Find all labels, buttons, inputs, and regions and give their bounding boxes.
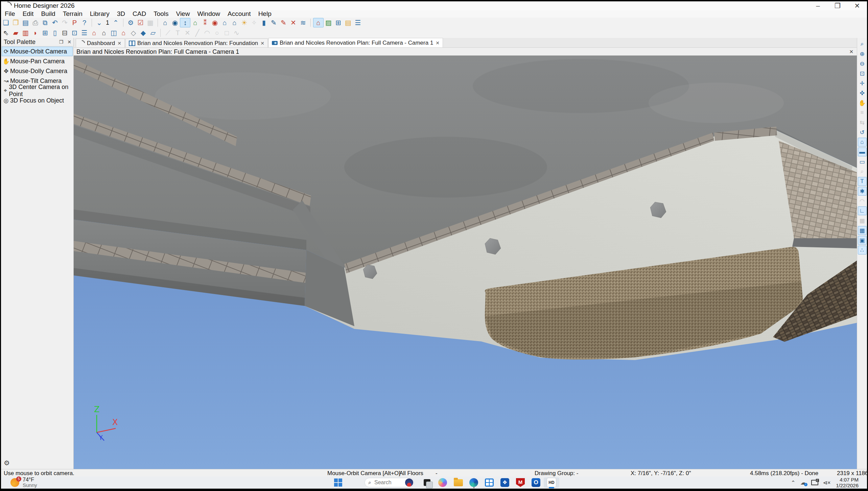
volume-muted-icon[interactable]: ⊲×: [823, 479, 831, 486]
spray-can-icon[interactable]: ▮: [259, 18, 269, 27]
dimension-arrow-icon[interactable]: T: [858, 177, 867, 186]
tab-camera1[interactable]: Brian and Nicoles Renovation Plan: Full …: [268, 38, 443, 47]
status-floor-select[interactable]: All Floors: [399, 470, 423, 477]
delete-objects-icon[interactable]: ✕: [288, 18, 298, 27]
menu-3d[interactable]: 3D: [113, 10, 129, 18]
palette-3d-focus-on-object[interactable]: ◎3D Focus on Object: [2, 96, 73, 105]
axes-indicator-icon[interactable]: ∟: [858, 206, 867, 215]
cad-line-icon[interactable]: ╱: [192, 28, 202, 37]
menu-help[interactable]: Help: [255, 10, 275, 18]
rendering-technique-icon[interactable]: ⌂: [858, 138, 867, 147]
file-explorer-icon[interactable]: [450, 477, 466, 488]
outlook-icon[interactable]: O: [528, 477, 544, 488]
zoom-in-icon[interactable]: ⊕: [858, 49, 867, 58]
mouse-orbit-camera-icon[interactable]: ↕: [180, 18, 190, 27]
curved-wall-icon[interactable]: ◗: [30, 28, 40, 37]
window-layout-icon[interactable]: ⊞: [333, 18, 343, 27]
restore-button[interactable]: ❐: [828, 1, 847, 10]
task-view-icon[interactable]: [419, 477, 435, 488]
viewport-3d[interactable]: Z X Y: [74, 55, 857, 469]
fill-window-icon[interactable]: ✛: [858, 79, 867, 88]
dev-box-app-icon[interactable]: ❖: [497, 477, 513, 488]
new-plan-icon[interactable]: ❏: [1, 18, 11, 27]
stairs-tool-icon[interactable]: ☰: [79, 28, 89, 37]
display-options-icon[interactable]: ☑: [136, 18, 145, 27]
menu-file[interactable]: File: [1, 10, 19, 18]
full-camera-icon[interactable]: ⌂: [160, 18, 170, 27]
palette-mouse-pan-camera[interactable]: ✋Mouse-Pan Camera: [2, 57, 73, 66]
menu-library[interactable]: Library: [86, 10, 113, 18]
palette-mouse-orbit-camera[interactable]: ⟳Mouse-Orbit Camera: [2, 47, 73, 56]
edge-lines-icon[interactable]: ▬: [858, 148, 867, 156]
tray-clock[interactable]: 4:07 PM 1/22/2026: [836, 477, 859, 488]
start-button[interactable]: [334, 478, 342, 487]
ruler-dimension-icon[interactable]: ⟋: [163, 28, 173, 37]
snap-grid-icon[interactable]: ▦: [858, 226, 867, 235]
open-plan-icon[interactable]: ❐: [11, 18, 21, 27]
edge-browser-icon[interactable]: [466, 477, 482, 488]
tray-chevron-icon[interactable]: ⌃: [791, 479, 795, 486]
soffit-tool-icon[interactable]: ▱: [148, 28, 158, 37]
microsoft-store-icon[interactable]: [482, 477, 497, 488]
cad-arc-icon[interactable]: ◠: [202, 28, 212, 37]
arc-centers-icon[interactable]: ◠: [858, 197, 867, 205]
point-marker-icon[interactable]: ✱: [858, 187, 867, 196]
dormer-tool-icon[interactable]: ⌂: [119, 28, 128, 37]
find-in-view-icon[interactable]: ⌕: [858, 167, 867, 176]
spotlight-icon[interactable]: ✧: [249, 18, 259, 27]
menu-terrain[interactable]: Terrain: [59, 10, 86, 18]
perspective-camera-icon[interactable]: ◉: [170, 18, 180, 27]
zoom-tool-icon[interactable]: ⌕: [858, 40, 867, 48]
grid-display-icon[interactable]: ▦: [858, 216, 867, 225]
view-close-icon[interactable]: ✕: [849, 49, 857, 55]
close-button[interactable]: ✕: [847, 1, 867, 10]
menu-cad[interactable]: CAD: [129, 10, 150, 18]
fill-window-building-icon[interactable]: ✜: [858, 89, 867, 97]
menu-tools[interactable]: Tools: [150, 10, 172, 18]
walkthrough-icon[interactable]: ⁑: [200, 18, 210, 27]
help-icon[interactable]: ?: [79, 18, 89, 27]
home-designer-app-icon[interactable]: HD: [544, 477, 559, 488]
down-one-floor-icon[interactable]: ⌄: [94, 18, 104, 27]
search-box[interactable]: ⌕: [365, 478, 414, 487]
material-eyedropper-icon[interactable]: ✎: [269, 18, 279, 27]
text-tool-icon[interactable]: T: [173, 28, 183, 37]
remodel-tools-icon[interactable]: ⌂: [190, 18, 200, 27]
layers-icon[interactable]: ≡: [858, 108, 867, 117]
menu-account[interactable]: Account: [224, 10, 255, 18]
menu-window[interactable]: Window: [193, 10, 224, 18]
exterior-view-icon[interactable]: ⌂: [230, 18, 239, 27]
menu-edit[interactable]: Edit: [19, 10, 38, 18]
pan-window-icon[interactable]: ✋: [858, 98, 867, 107]
undo-zoom-icon[interactable]: ↺: [858, 128, 867, 137]
minimize-button[interactable]: –: [808, 1, 828, 10]
save-plan-icon[interactable]: ▤: [21, 18, 30, 27]
swap-views-icon[interactable]: ⇆: [858, 118, 867, 127]
sun-light-icon[interactable]: ☀: [239, 18, 249, 27]
copilot-icon[interactable]: [435, 477, 450, 488]
layout-page-icon[interactable]: P: [70, 18, 79, 27]
menu-view[interactable]: View: [172, 10, 194, 18]
library-browser-icon[interactable]: ▤: [343, 18, 353, 27]
marker-cross-icon[interactable]: ✕: [183, 28, 192, 37]
palette-close-icon[interactable]: ✕: [65, 39, 73, 45]
palette-settings-gear-icon[interactable]: ⚙: [4, 459, 10, 467]
deck-railing-icon[interactable]: ▥: [21, 28, 30, 37]
cabinet-tool-icon[interactable]: ⊟: [60, 28, 70, 37]
camera-frame-icon[interactable]: ▣: [858, 236, 867, 245]
weather-widget[interactable]: 5 74°F Sunny: [10, 477, 37, 488]
tab-foundation[interactable]: Brian and Nicoles Renovation Plan: Found…: [125, 39, 268, 47]
project-browser-icon[interactable]: ☰: [353, 18, 363, 27]
undo-icon[interactable]: ↶: [50, 18, 60, 27]
up-one-floor-icon[interactable]: ⌃: [111, 18, 121, 27]
tab-close-icon[interactable]: ✕: [117, 41, 121, 46]
tab-close-icon[interactable]: ✕: [260, 41, 264, 46]
palette-3d-center-camera-on-point[interactable]: ⌖3D Center Camera on Point: [2, 86, 73, 95]
network-icon[interactable]: [811, 480, 818, 485]
palette-float-icon[interactable]: ❐: [57, 39, 66, 45]
redo-icon[interactable]: ↷: [60, 18, 70, 27]
plan-display-icon[interactable]: ⌂: [313, 18, 324, 27]
onedrive-icon[interactable]: ☁i: [800, 479, 806, 486]
entry-door-icon[interactable]: ⌂: [99, 28, 109, 37]
skylight-icon[interactable]: ◆: [138, 28, 148, 37]
